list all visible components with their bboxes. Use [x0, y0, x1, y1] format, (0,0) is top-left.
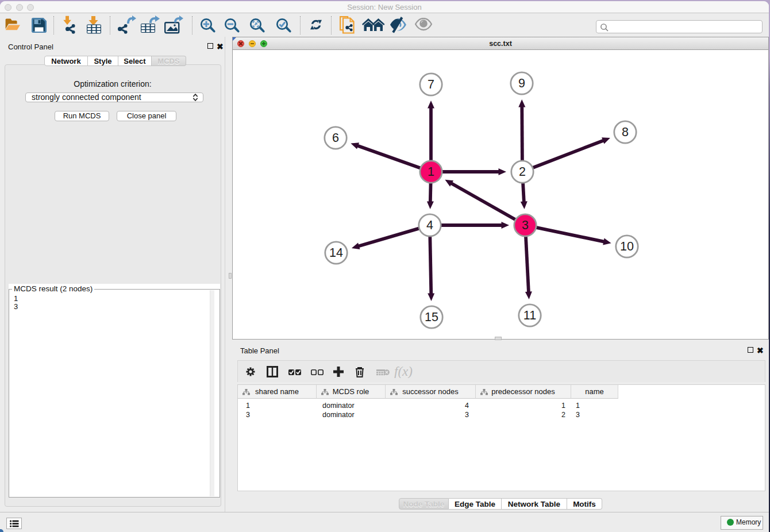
svg-text:7: 7: [428, 78, 434, 91]
svg-text:1: 1: [428, 165, 434, 179]
svg-text:3: 3: [522, 218, 529, 232]
svg-text:15: 15: [425, 310, 438, 324]
svg-text:6: 6: [332, 131, 339, 145]
svg-text:4: 4: [426, 218, 433, 232]
svg-text:f(x): f(x): [394, 365, 413, 378]
svg-text:9: 9: [518, 76, 525, 90]
svg-text:14: 14: [329, 246, 343, 260]
svg-text:8: 8: [622, 125, 629, 139]
svg-text:10: 10: [620, 240, 634, 253]
svg-text:11: 11: [523, 309, 536, 322]
svg-text:2: 2: [519, 165, 526, 179]
